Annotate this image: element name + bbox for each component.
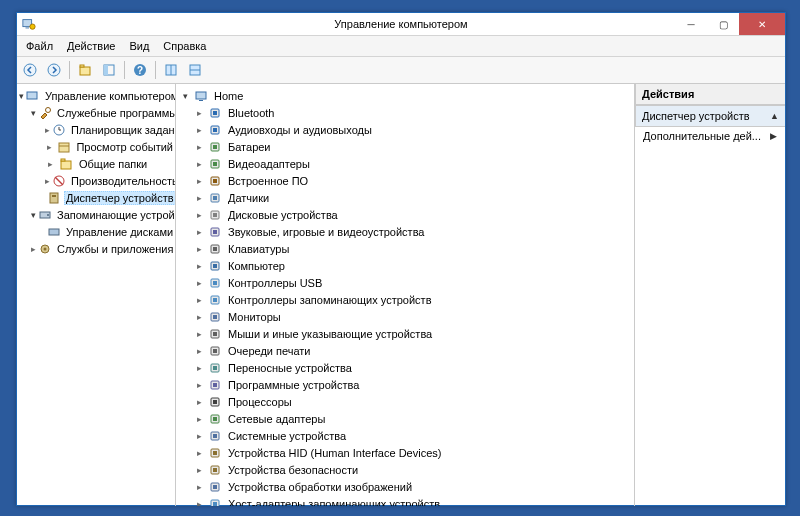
expander-icon[interactable]: ▸ [194,430,205,441]
device-category[interactable]: ▸Аудиовходы и аудиовыходы [176,121,634,138]
menu-view[interactable]: Вид [122,40,156,52]
expander-icon[interactable]: ▸ [45,141,55,152]
expander-icon[interactable]: ▾ [19,90,24,101]
category-icon [207,224,223,240]
expander-icon[interactable]: ▸ [194,243,205,254]
device-category[interactable]: ▸Контроллеры USB [176,274,634,291]
tree-eventviewer[interactable]: ▸ Просмотр событий [17,138,175,155]
show-hide-button[interactable] [98,59,120,81]
device-category[interactable]: ▸Контроллеры запоминающих устройств [176,291,634,308]
expander-icon[interactable]: ▸ [45,158,56,169]
device-category[interactable]: ▸Датчики [176,189,634,206]
device-category[interactable]: ▸Батареи [176,138,634,155]
maximize-button[interactable]: ▢ [707,13,739,35]
tree-label: Производительность [69,175,176,187]
expander-icon[interactable]: ▾ [180,90,191,101]
device-category[interactable]: ▸Очереди печати [176,342,634,359]
device-category[interactable]: ▸Мыши и иные указывающие устройства [176,325,634,342]
device-category[interactable]: ▸Видеоадаптеры [176,155,634,172]
menu-action[interactable]: Действие [60,40,122,52]
actions-sub-header[interactable]: Диспетчер устройств ▲ [635,105,785,127]
device-category[interactable]: ▸Bluetooth [176,104,634,121]
expander-icon[interactable]: ▾ [31,209,36,220]
minimize-button[interactable]: ─ [675,13,707,35]
expander-icon[interactable]: ▾ [31,107,36,118]
up-button[interactable] [74,59,96,81]
svg-rect-46 [213,213,217,217]
tree-root[interactable]: ▾ Управление компьютером (л [17,87,175,104]
svg-rect-40 [213,162,217,166]
storage-icon [38,207,52,223]
expander-icon[interactable]: ▸ [194,209,205,220]
expander-icon[interactable]: ▸ [194,464,205,475]
device-category[interactable]: ▸Процессоры [176,393,634,410]
device-category[interactable]: ▸Дисковые устройства [176,206,634,223]
device-category[interactable]: ▸Звуковые, игровые и видеоустройства [176,223,634,240]
actions-more[interactable]: Дополнительные дей... ▶ [635,127,785,145]
help-button[interactable]: ? [129,59,151,81]
tree-shared[interactable]: ▸ Общие папки [17,155,175,172]
svg-rect-25 [52,195,56,197]
category-icon [207,462,223,478]
device-category[interactable]: ▸Компьютер [176,257,634,274]
expander-icon[interactable]: ▸ [194,345,205,356]
tree-diskmgmt[interactable]: Управление дисками [17,223,175,240]
expander-icon[interactable]: ▸ [194,226,205,237]
device-category[interactable]: ▸Встроенное ПО [176,172,634,189]
device-category[interactable]: ▸Переносные устройства [176,359,634,376]
tree-storage[interactable]: ▾ Запоминающие устройст [17,206,175,223]
view1-button[interactable] [160,59,182,81]
expander-icon[interactable]: ▸ [194,124,205,135]
tree-performance[interactable]: ▸ Производительность [17,172,175,189]
expander-icon[interactable]: ▸ [45,175,50,186]
expander-icon[interactable]: ▸ [194,396,205,407]
close-button[interactable]: ✕ [739,13,785,35]
svg-rect-52 [213,264,217,268]
svg-point-27 [47,214,49,216]
device-category[interactable]: ▸Устройства безопасности [176,461,634,478]
menu-file[interactable]: Файл [19,40,60,52]
expander-icon[interactable]: ▸ [45,124,50,135]
device-category[interactable]: ▸Сетевые адаптеры [176,410,634,427]
svg-rect-44 [213,196,217,200]
expander-icon[interactable]: ▸ [194,158,205,169]
device-category[interactable]: ▸Системные устройства [176,427,634,444]
expander-icon[interactable]: ▸ [194,447,205,458]
expander-icon[interactable]: ▸ [194,294,205,305]
tree-devmgr[interactable]: Диспетчер устройств [17,189,175,206]
expander-icon[interactable]: ▸ [31,243,36,254]
forward-button[interactable] [43,59,65,81]
svg-rect-32 [199,100,203,101]
expander-icon[interactable]: ▸ [194,175,205,186]
expander-icon[interactable]: ▸ [194,498,205,506]
expander-icon[interactable]: ▸ [194,260,205,271]
device-category[interactable]: ▸Устройства HID (Human Interface Devices… [176,444,634,461]
device-category[interactable]: ▸Хост-адаптеры запоминающих устройств [176,495,634,506]
category-label: Батареи [226,141,273,153]
view2-button[interactable] [184,59,206,81]
device-root[interactable]: ▾ Home [176,87,634,104]
device-category[interactable]: ▸Устройства обработки изображений [176,478,634,495]
expander-icon[interactable]: ▸ [194,192,205,203]
svg-point-30 [44,247,47,250]
menu-help[interactable]: Справка [156,40,213,52]
tree-services[interactable]: ▸ Службы и приложения [17,240,175,257]
device-category[interactable]: ▸Программные устройства [176,376,634,393]
tree-system-tools[interactable]: ▾ Служебные программы [17,104,175,121]
category-label: Сетевые адаптеры [226,413,327,425]
expander-icon[interactable]: ▸ [194,413,205,424]
expander-icon[interactable]: ▸ [194,311,205,322]
device-category[interactable]: ▸Клавиатуры [176,240,634,257]
expander-icon[interactable]: ▸ [194,107,205,118]
expander-icon[interactable]: ▸ [194,481,205,492]
back-button[interactable] [19,59,41,81]
expander-icon[interactable]: ▸ [194,362,205,373]
device-category[interactable]: ▸Мониторы [176,308,634,325]
svg-rect-80 [213,502,217,506]
expander-icon[interactable]: ▸ [194,141,205,152]
expander-icon[interactable]: ▸ [194,379,205,390]
tree-scheduler[interactable]: ▸ Планировщик заданий [17,121,175,138]
expander-icon[interactable]: ▸ [194,277,205,288]
expander-icon[interactable]: ▸ [194,328,205,339]
svg-rect-60 [213,332,217,336]
